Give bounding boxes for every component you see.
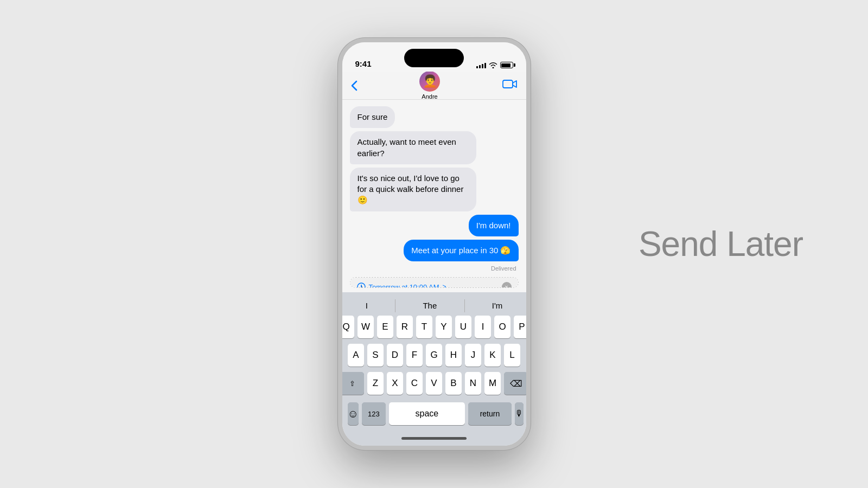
- shift-key[interactable]: ⇧: [340, 372, 364, 395]
- divider-2: [464, 299, 465, 312]
- suggestion-i[interactable]: I: [359, 299, 374, 312]
- key-n[interactable]: N: [465, 372, 481, 395]
- key-g[interactable]: G: [426, 344, 442, 367]
- key-f[interactable]: F: [406, 344, 423, 367]
- message-bubble-2: Actually, want to meet even earlier?: [350, 131, 476, 164]
- iphone-frame: 9:41: [338, 38, 531, 450]
- back-button[interactable]: [351, 80, 358, 91]
- scheduled-time-label: Tomorrow at 10:00 AM: [369, 283, 439, 288]
- battery-icon: [500, 62, 513, 68]
- message-bubble-3: It's so nice out, I'd love to go for a q…: [350, 168, 476, 211]
- scheduled-message-box[interactable]: Tomorrow at 10:00 AM > × + Happy birthda…: [350, 277, 519, 288]
- key-i[interactable]: I: [475, 316, 491, 338]
- key-d[interactable]: D: [387, 344, 403, 367]
- key-u[interactable]: U: [455, 316, 471, 338]
- home-indicator: [344, 431, 524, 446]
- key-y[interactable]: Y: [436, 316, 452, 338]
- chevron-right-icon: >: [443, 283, 446, 288]
- svg-rect-0: [503, 80, 513, 88]
- keyboard: I The I'm Q W E R T Y U I O P A: [342, 292, 526, 446]
- key-h[interactable]: H: [445, 344, 462, 367]
- emoji-key[interactable]: ☺: [348, 402, 359, 425]
- keyboard-bottom-row: ☺ 123 space return 🎙: [344, 400, 524, 431]
- key-t[interactable]: T: [416, 316, 432, 338]
- message-bubble-5: Meet at your place in 30 🫣: [404, 240, 518, 261]
- wifi-icon: [489, 62, 497, 68]
- delivered-label: Delivered: [350, 265, 519, 272]
- status-icons: [476, 62, 513, 68]
- scheduled-time: Tomorrow at 10:00 AM >: [357, 282, 446, 288]
- key-q[interactable]: Q: [338, 316, 354, 338]
- key-r[interactable]: R: [397, 316, 413, 338]
- key-s[interactable]: S: [367, 344, 384, 367]
- mic-key[interactable]: 🎙: [515, 402, 524, 425]
- suggestion-im[interactable]: I'm: [486, 299, 509, 312]
- key-b[interactable]: B: [445, 372, 462, 395]
- key-z[interactable]: Z: [367, 372, 384, 395]
- send-later-label: Send Later: [639, 224, 803, 264]
- nav-center[interactable]: 🧑‍🦱 Andre: [419, 71, 440, 100]
- delete-key[interactable]: ⌫: [504, 372, 528, 395]
- space-key[interactable]: space: [389, 402, 465, 425]
- avatar: 🧑‍🦱: [419, 71, 440, 92]
- contact-name: Andre: [422, 93, 437, 100]
- key-v[interactable]: V: [426, 372, 442, 395]
- key-a[interactable]: A: [348, 344, 364, 367]
- home-bar: [401, 437, 467, 440]
- key-w[interactable]: W: [358, 316, 374, 338]
- video-call-button[interactable]: [502, 79, 518, 92]
- nav-bar: 🧑‍🦱 Andre: [342, 72, 526, 100]
- close-scheduled-button[interactable]: ×: [502, 282, 512, 288]
- return-key[interactable]: return: [468, 402, 512, 425]
- message-bubble-4: I'm down!: [469, 215, 519, 236]
- signal-bars-icon: [476, 62, 486, 68]
- keyboard-row-2: A S D F G H J K L: [344, 344, 524, 367]
- key-l[interactable]: L: [504, 344, 520, 367]
- divider-1: [395, 299, 395, 312]
- suggestion-the[interactable]: The: [416, 299, 443, 312]
- keyboard-row-1: Q W E R T Y U I O P: [344, 316, 524, 338]
- key-c[interactable]: C: [406, 372, 423, 395]
- status-time: 9:41: [355, 59, 372, 68]
- key-m[interactable]: M: [484, 372, 501, 395]
- key-p[interactable]: P: [514, 316, 530, 338]
- message-bubble-1: For sure: [350, 106, 395, 128]
- key-e[interactable]: E: [377, 316, 393, 338]
- key-j[interactable]: J: [465, 344, 481, 367]
- page: Send Later 9:41: [0, 0, 868, 488]
- dynamic-island: [404, 49, 464, 67]
- clock-icon: [357, 282, 366, 288]
- messages-area: For sure Actually, want to meet even ear…: [342, 100, 526, 292]
- key-o[interactable]: O: [494, 316, 510, 338]
- keyboard-suggestions: I The I'm: [344, 297, 524, 316]
- key-k[interactable]: K: [484, 344, 501, 367]
- scheduled-header[interactable]: Tomorrow at 10:00 AM > ×: [350, 278, 518, 288]
- keyboard-row-3: ⇧ Z X C V B N M ⌫: [344, 372, 524, 395]
- numbers-key[interactable]: 123: [362, 402, 386, 425]
- key-x[interactable]: X: [387, 372, 403, 395]
